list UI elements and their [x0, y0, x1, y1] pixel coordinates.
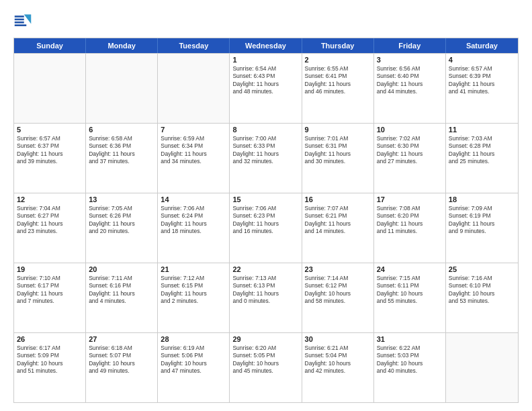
svg-rect-4	[15, 21, 24, 24]
weekday-header-monday: Monday	[86, 38, 158, 53]
calendar: SundayMondayTuesdayWednesdayThursdayFrid…	[13, 38, 519, 403]
day-number: 26	[17, 335, 83, 343]
day-cell-6: 6Sunrise: 6:58 AM Sunset: 6:36 PM Daylig…	[86, 124, 158, 193]
weekday-header-thursday: Thursday	[302, 38, 374, 53]
header	[13, 12, 519, 31]
day-number: 9	[305, 126, 371, 134]
day-cell-31: 31Sunrise: 6:22 AM Sunset: 5:03 PM Dayli…	[374, 333, 446, 402]
day-info: Sunrise: 7:04 AM Sunset: 6:27 PM Dayligh…	[17, 205, 83, 236]
day-cell-16: 16Sunrise: 7:07 AM Sunset: 6:21 PM Dayli…	[302, 193, 374, 263]
day-number: 23	[305, 265, 371, 273]
day-number: 20	[89, 265, 154, 273]
day-cell-23: 23Sunrise: 7:14 AM Sunset: 6:12 PM Dayli…	[302, 263, 374, 332]
calendar-header: SundayMondayTuesdayWednesdayThursdayFrid…	[14, 38, 518, 53]
day-info: Sunrise: 7:08 AM Sunset: 6:20 PM Dayligh…	[377, 205, 443, 236]
day-cell-10: 10Sunrise: 7:02 AM Sunset: 6:30 PM Dayli…	[374, 124, 446, 193]
day-cell-8: 8Sunrise: 7:00 AM Sunset: 6:33 PM Daylig…	[230, 124, 302, 193]
day-cell-2: 2Sunrise: 6:55 AM Sunset: 6:41 PM Daylig…	[302, 54, 374, 123]
logo-icon	[13, 12, 32, 31]
day-cell-empty-4-6	[446, 333, 518, 402]
day-cell-25: 25Sunrise: 7:16 AM Sunset: 6:10 PM Dayli…	[446, 263, 518, 332]
day-info: Sunrise: 7:09 AM Sunset: 6:19 PM Dayligh…	[449, 205, 515, 236]
day-cell-3: 3Sunrise: 6:56 AM Sunset: 6:40 PM Daylig…	[374, 54, 446, 123]
day-number: 13	[89, 195, 154, 203]
day-cell-empty-0-2	[158, 54, 230, 123]
day-number: 12	[17, 195, 83, 203]
day-info: Sunrise: 7:13 AM Sunset: 6:13 PM Dayligh…	[232, 275, 298, 306]
day-number: 24	[377, 265, 443, 273]
day-cell-empty-0-1	[86, 54, 158, 123]
day-cell-20: 20Sunrise: 7:11 AM Sunset: 6:16 PM Dayli…	[86, 263, 158, 332]
day-info: Sunrise: 7:06 AM Sunset: 6:24 PM Dayligh…	[161, 205, 226, 236]
weekday-header-tuesday: Tuesday	[158, 38, 230, 53]
day-number: 11	[449, 126, 515, 134]
weekday-header-wednesday: Wednesday	[230, 38, 302, 53]
calendar-page: SundayMondayTuesdayWednesdayThursdayFrid…	[0, 0, 532, 411]
day-info: Sunrise: 6:21 AM Sunset: 5:04 PM Dayligh…	[305, 345, 371, 375]
svg-rect-3	[15, 19, 24, 21]
svg-rect-2	[15, 15, 24, 17]
day-number: 30	[305, 335, 371, 343]
day-cell-30: 30Sunrise: 6:21 AM Sunset: 5:04 PM Dayli…	[302, 333, 374, 402]
day-number: 29	[232, 335, 298, 343]
day-cell-17: 17Sunrise: 7:08 AM Sunset: 6:20 PM Dayli…	[374, 193, 446, 263]
day-cell-9: 9Sunrise: 7:01 AM Sunset: 6:31 PM Daylig…	[302, 124, 374, 193]
day-cell-22: 22Sunrise: 7:13 AM Sunset: 6:13 PM Dayli…	[230, 263, 302, 332]
day-info: Sunrise: 6:19 AM Sunset: 5:06 PM Dayligh…	[161, 345, 226, 375]
day-cell-empty-0-0	[14, 54, 86, 123]
day-info: Sunrise: 7:12 AM Sunset: 6:15 PM Dayligh…	[161, 275, 226, 306]
day-cell-26: 26Sunrise: 6:17 AM Sunset: 5:09 PM Dayli…	[14, 333, 86, 402]
day-info: Sunrise: 7:07 AM Sunset: 6:21 PM Dayligh…	[305, 205, 371, 236]
day-number: 19	[17, 265, 83, 273]
day-cell-29: 29Sunrise: 6:20 AM Sunset: 5:05 PM Dayli…	[230, 333, 302, 402]
day-number: 15	[232, 195, 298, 203]
calendar-row-2: 12Sunrise: 7:04 AM Sunset: 6:27 PM Dayli…	[14, 193, 518, 263]
calendar-row-1: 5Sunrise: 6:57 AM Sunset: 6:37 PM Daylig…	[14, 123, 518, 193]
day-number: 16	[305, 195, 371, 203]
calendar-row-4: 26Sunrise: 6:17 AM Sunset: 5:09 PM Dayli…	[14, 332, 518, 402]
day-info: Sunrise: 7:00 AM Sunset: 6:33 PM Dayligh…	[232, 135, 298, 166]
day-number: 31	[377, 335, 443, 343]
day-cell-28: 28Sunrise: 6:19 AM Sunset: 5:06 PM Dayli…	[158, 333, 230, 402]
day-info: Sunrise: 6:55 AM Sunset: 6:41 PM Dayligh…	[305, 65, 371, 96]
day-number: 4	[449, 56, 515, 64]
day-info: Sunrise: 6:22 AM Sunset: 5:03 PM Dayligh…	[377, 345, 443, 375]
day-info: Sunrise: 7:14 AM Sunset: 6:12 PM Dayligh…	[305, 275, 371, 306]
day-info: Sunrise: 7:06 AM Sunset: 6:23 PM Dayligh…	[232, 205, 298, 236]
calendar-body: 1Sunrise: 6:54 AM Sunset: 6:43 PM Daylig…	[14, 53, 518, 402]
weekday-header-friday: Friday	[374, 38, 446, 53]
svg-rect-5	[15, 24, 27, 26]
day-info: Sunrise: 7:05 AM Sunset: 6:26 PM Dayligh…	[89, 205, 154, 236]
day-info: Sunrise: 6:57 AM Sunset: 6:37 PM Dayligh…	[17, 135, 83, 166]
weekday-header-sunday: Sunday	[14, 38, 86, 53]
day-number: 14	[161, 195, 226, 203]
day-cell-14: 14Sunrise: 7:06 AM Sunset: 6:24 PM Dayli…	[158, 193, 230, 263]
day-number: 22	[232, 265, 298, 273]
weekday-header-saturday: Saturday	[446, 38, 518, 53]
day-info: Sunrise: 7:11 AM Sunset: 6:16 PM Dayligh…	[89, 275, 154, 306]
day-info: Sunrise: 7:02 AM Sunset: 6:30 PM Dayligh…	[377, 135, 443, 166]
day-number: 28	[161, 335, 226, 343]
day-cell-13: 13Sunrise: 7:05 AM Sunset: 6:26 PM Dayli…	[86, 193, 158, 263]
calendar-row-0: 1Sunrise: 6:54 AM Sunset: 6:43 PM Daylig…	[14, 53, 518, 123]
day-info: Sunrise: 6:58 AM Sunset: 6:36 PM Dayligh…	[89, 135, 154, 166]
day-cell-11: 11Sunrise: 7:03 AM Sunset: 6:28 PM Dayli…	[446, 124, 518, 193]
day-info: Sunrise: 7:16 AM Sunset: 6:10 PM Dayligh…	[449, 275, 515, 306]
day-number: 3	[377, 56, 443, 64]
day-info: Sunrise: 7:03 AM Sunset: 6:28 PM Dayligh…	[449, 135, 515, 166]
day-cell-21: 21Sunrise: 7:12 AM Sunset: 6:15 PM Dayli…	[158, 263, 230, 332]
day-cell-12: 12Sunrise: 7:04 AM Sunset: 6:27 PM Dayli…	[14, 193, 86, 263]
day-info: Sunrise: 6:20 AM Sunset: 5:05 PM Dayligh…	[232, 345, 298, 375]
day-number: 18	[449, 195, 515, 203]
day-number: 5	[17, 126, 83, 134]
day-cell-24: 24Sunrise: 7:15 AM Sunset: 6:11 PM Dayli…	[374, 263, 446, 332]
day-info: Sunrise: 6:18 AM Sunset: 5:07 PM Dayligh…	[89, 345, 154, 375]
day-number: 6	[89, 126, 154, 134]
day-number: 17	[377, 195, 443, 203]
day-number: 1	[232, 56, 298, 64]
day-number: 25	[449, 265, 515, 273]
day-info: Sunrise: 6:57 AM Sunset: 6:39 PM Dayligh…	[449, 65, 515, 96]
day-cell-18: 18Sunrise: 7:09 AM Sunset: 6:19 PM Dayli…	[446, 193, 518, 263]
day-cell-1: 1Sunrise: 6:54 AM Sunset: 6:43 PM Daylig…	[230, 54, 302, 123]
day-cell-7: 7Sunrise: 6:59 AM Sunset: 6:34 PM Daylig…	[158, 124, 230, 193]
